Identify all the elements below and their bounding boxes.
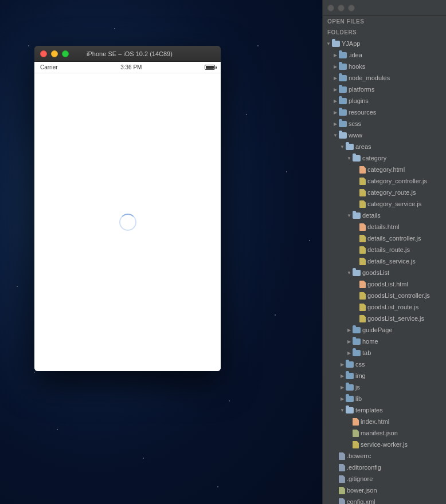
arrow-goodslist — [346, 269, 353, 276]
tree-item-yjapp[interactable]: YJApp — [323, 38, 446, 49]
folder-icon-home — [353, 338, 361, 345]
label-resources: resources — [349, 109, 376, 116]
file-icon-goodslist-service — [359, 315, 366, 322]
folder-icon-img — [346, 373, 354, 379]
tree-item-home[interactable]: home — [323, 336, 446, 347]
tree-item-index-html[interactable]: index.html — [323, 416, 446, 427]
tree-item-guidepage[interactable]: guidePage — [323, 324, 446, 336]
open-files-header: OPEN FILES — [323, 16, 446, 27]
label-goodslist-route: goodsList_route.js — [367, 304, 418, 310]
label-home: home — [362, 338, 378, 345]
folder-icon-details — [353, 212, 361, 219]
tree-item-category-route[interactable]: category_route.js — [323, 187, 446, 198]
tree-item-config-xml[interactable]: config.xml — [323, 496, 446, 504]
folder-icon-goodslist — [353, 270, 361, 276]
tree-item-hooks[interactable]: hooks — [323, 61, 446, 72]
label-yjapp: YJApp — [342, 40, 360, 47]
tree-item-bowerrc[interactable]: .bowerrc — [323, 450, 446, 462]
tree-item-service-worker[interactable]: service-worker.js — [323, 439, 446, 450]
tree-item-manifest[interactable]: manifest.json — [323, 427, 446, 439]
folder-icon-www — [339, 132, 347, 139]
file-icon-gitignore — [339, 475, 345, 483]
file-icon-goodslist-html — [359, 281, 366, 288]
folder-icon-plugins — [339, 98, 347, 104]
tree-item-details-route[interactable]: details_route.js — [323, 244, 446, 255]
label-lib: lib — [355, 395, 362, 402]
tree-item-templates[interactable]: templates — [323, 404, 446, 416]
folder-icon-resources — [339, 109, 347, 116]
tree-item-platforms[interactable]: platforms — [323, 84, 446, 95]
label-plugins: plugins — [349, 97, 369, 104]
tree-item-node-modules[interactable]: node_modules — [323, 72, 446, 84]
tree-item-tab[interactable]: tab — [323, 347, 446, 359]
folder-icon-hooks — [339, 64, 347, 70]
file-icon-category-route — [359, 189, 366, 196]
iphone-statusbar: Carrier 3:36 PM — [34, 62, 221, 73]
label-img: img — [355, 372, 366, 379]
file-icon-index-html — [353, 418, 359, 426]
label-details-controller: details_controller.js — [367, 235, 421, 242]
file-icon-category-controller — [359, 178, 366, 185]
label-editorconfig: .editorconfig — [347, 464, 381, 471]
arrow-resources — [332, 109, 339, 116]
tree-item-details-service[interactable]: details_service.js — [323, 255, 446, 267]
tree-item-goodslist-html[interactable]: goodsList.html — [323, 278, 446, 290]
file-tree[interactable]: YJApp .idea hooks node_modules platforms — [323, 38, 446, 504]
carrier-label: Carrier — [40, 64, 58, 70]
folder-icon-category — [353, 155, 361, 162]
tree-item-www[interactable]: www — [323, 129, 446, 141]
label-goodslist-controller: goodsList_controller.js — [367, 292, 430, 299]
tree-item-goodslist-controller[interactable]: goodsList_controller.js — [323, 290, 446, 301]
tree-item-idea[interactable]: .idea — [323, 49, 446, 61]
tree-item-category-html[interactable]: category.html — [323, 164, 446, 175]
file-icon-goodslist-route — [359, 304, 366, 311]
tree-item-details-html[interactable]: details.html — [323, 221, 446, 233]
file-icon-category-service — [359, 200, 366, 208]
simulator-window: iPhone SE – iOS 10.2 (14C89) Carrier 3:3… — [34, 46, 221, 371]
tree-item-img[interactable]: img — [323, 370, 446, 381]
label-areas: areas — [355, 143, 371, 150]
tree-item-scss[interactable]: scss — [323, 118, 446, 129]
arrow-img — [339, 372, 346, 379]
tree-item-goodslist-service[interactable]: goodsList_service.js — [323, 313, 446, 324]
tree-item-category-service[interactable]: category_service.js — [323, 198, 446, 210]
folder-icon-js — [346, 384, 354, 391]
tree-item-css[interactable]: css — [323, 359, 446, 370]
tree-item-goodslist[interactable]: goodsList — [323, 267, 446, 278]
tree-item-js[interactable]: js — [323, 381, 446, 393]
file-icon-details-html — [359, 223, 366, 231]
tree-item-details[interactable]: details — [323, 210, 446, 221]
tree-item-bower-json[interactable]: bower.json — [323, 485, 446, 496]
label-css: css — [355, 361, 365, 368]
iphone-screen: Carrier 3:36 PM — [34, 62, 221, 371]
label-www: www — [349, 132, 362, 139]
tree-item-lib[interactable]: lib — [323, 393, 446, 404]
label-manifest: manifest.json — [361, 430, 398, 436]
folder-icon-lib — [346, 396, 354, 402]
battery-icon — [205, 65, 215, 70]
tree-item-goodslist-route[interactable]: goodsList_route.js — [323, 301, 446, 313]
label-tab: tab — [362, 349, 371, 356]
label-guidepage: guidePage — [362, 326, 393, 333]
label-templates: templates — [355, 407, 383, 414]
tree-item-editorconfig[interactable]: .editorconfig — [323, 462, 446, 473]
file-icon-bower-json — [339, 487, 345, 494]
label-gitignore: .gitignore — [347, 475, 373, 482]
arrow-plugins — [332, 97, 339, 104]
label-service-worker: service-worker.js — [361, 441, 408, 448]
arrow-css — [339, 361, 346, 368]
tree-item-areas[interactable]: areas — [323, 141, 446, 152]
label-idea: .idea — [349, 52, 362, 58]
arrow-lib — [339, 395, 346, 402]
tree-item-plugins[interactable]: plugins — [323, 95, 446, 107]
arrow-idea — [332, 52, 339, 58]
tree-item-category-controller[interactable]: category_controller.js — [323, 175, 446, 187]
tree-item-details-controller[interactable]: details_controller.js — [323, 233, 446, 244]
tree-item-resources[interactable]: resources — [323, 107, 446, 118]
folder-icon-yjapp — [332, 41, 340, 47]
tree-item-category[interactable]: category — [323, 152, 446, 164]
tree-item-gitignore[interactable]: .gitignore — [323, 473, 446, 485]
loading-spinner — [119, 214, 136, 231]
file-icon-config-xml — [339, 498, 345, 505]
toolbar-dot-1 — [327, 5, 334, 11]
